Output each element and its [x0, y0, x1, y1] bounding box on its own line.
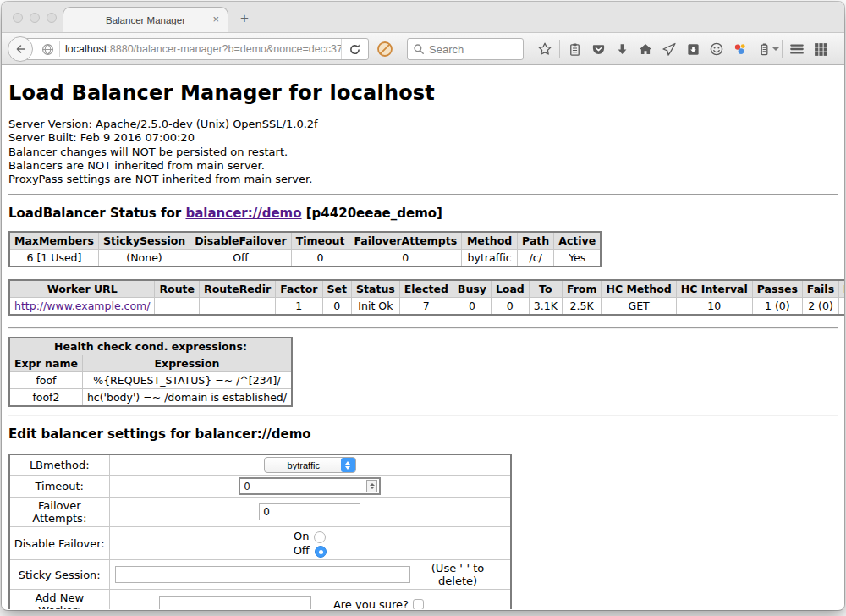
worker-url-link[interactable]: http://www.example.com/: [14, 300, 150, 312]
val-expression-2: hc('body') =~ /domain is established/: [82, 389, 292, 407]
container-menu-caret-icon[interactable]: [772, 47, 779, 51]
radio-on-row: On: [113, 529, 508, 543]
radio-on-label: On: [294, 530, 309, 542]
pocket-button[interactable]: [586, 33, 610, 65]
back-arrow-icon: [14, 42, 27, 56]
col-elected: Elected: [399, 280, 453, 298]
health-table-title: Health check cond. expressions:: [9, 338, 292, 355]
col-path: Path: [518, 232, 554, 250]
are-you-sure-checkbox[interactable]: [413, 599, 424, 609]
search-input[interactable]: [429, 43, 510, 56]
lbmethod-select[interactable]: bytraffic: [264, 457, 356, 473]
url-bar[interactable]: localhost:8880/balancer-manager?b=demo&n…: [20, 38, 369, 60]
smiley-icon: [709, 41, 724, 57]
col-active: Active: [554, 232, 601, 250]
server-version: Server Version: Apache/2.5.0-dev (Unix) …: [8, 118, 838, 131]
sticky-session-row: Sticky Session: (Use '-' to delete): [9, 560, 511, 590]
disable-failover-row: Disable Failover: On Off: [9, 527, 511, 560]
col-busy: Busy: [453, 280, 491, 298]
notice-proxypass: ProxyPass settings are NOT inherited fro…: [8, 173, 838, 186]
menu-button[interactable]: [785, 33, 809, 65]
toolbar-separator: [559, 40, 560, 58]
timeout-input[interactable]: 0: [239, 477, 381, 495]
col-route: Route: [155, 280, 200, 298]
server-info: Server Version: Apache/2.5.0-dev (Unix) …: [8, 118, 838, 186]
timeout-row: Timeout: 0: [9, 476, 511, 498]
val-expr-name-2: foof2: [9, 389, 82, 407]
zoom-window-button[interactable]: [47, 13, 57, 23]
bookmark-star-button[interactable]: [533, 33, 557, 65]
status-heading: LoadBalancer Status for balancer://demo …: [8, 206, 838, 221]
content-block-button[interactable]: [376, 41, 393, 58]
apps-grid-icon: [813, 41, 829, 58]
val-path: /c/: [518, 250, 554, 267]
sticky-session-input[interactable]: [115, 566, 411, 583]
col-disablefailover: DisableFailover: [190, 232, 291, 250]
window-controls: [13, 13, 57, 23]
val-maxmembers: 6 [1 Used]: [9, 250, 98, 267]
val-from: 2.5K: [562, 298, 602, 316]
close-window-button[interactable]: [13, 13, 23, 23]
val-active: Yes: [554, 250, 601, 267]
col-to: To: [529, 280, 562, 298]
section-divider: [8, 194, 838, 195]
number-spinner-icon[interactable]: [366, 480, 377, 492]
downloads-button[interactable]: [610, 33, 634, 65]
worker-table: Worker URL Route RouteRedir Factor Set S…: [8, 279, 844, 316]
feedback-button[interactable]: [705, 33, 728, 65]
val-expr-name-1: foof: [9, 372, 82, 389]
col-load: Load: [491, 280, 529, 298]
health-table-row: foof %{REQUEST_STATUS} =~ /^[234]/: [9, 372, 292, 389]
val-timeout: 0: [291, 250, 349, 267]
worker-table-row: http://www.example.com/ 1 0 Init Ok 7 0 …: [9, 298, 844, 316]
download-arrow-icon: [615, 42, 629, 57]
val-route: [155, 298, 200, 316]
val-failoverattempts: 0: [349, 250, 462, 267]
col-from: From: [562, 280, 602, 298]
failover-off-radio[interactable]: [315, 546, 327, 558]
apps-grid-button[interactable]: [809, 33, 832, 65]
home-button[interactable]: [634, 33, 657, 65]
val-factor: 1: [276, 298, 322, 316]
val-elected: 7: [399, 298, 453, 316]
tab-balancer-manager[interactable]: Balancer Manager ×: [63, 7, 228, 32]
back-button[interactable]: [8, 36, 33, 62]
balancer-table-row: 6 [1 Used] (None) Off 0 0 bytraffic /c/ …: [9, 250, 601, 267]
worker-table-header-row: Worker URL Route RouteRedir Factor Set S…: [9, 280, 844, 298]
val-hc-method: GET: [602, 298, 676, 316]
minimize-window-button[interactable]: [30, 13, 40, 23]
failover-on-radio[interactable]: [314, 531, 326, 543]
val-stickysession: (None): [98, 250, 190, 267]
reading-list-button[interactable]: [563, 33, 586, 65]
notice-persist: Balancer changes will NOT be persisted o…: [8, 146, 838, 159]
val-load: 0: [491, 298, 529, 316]
col-hc-uri: HC uri: [839, 280, 844, 298]
lbmethod-label: LBmethod:: [9, 454, 109, 476]
url-divider: [59, 41, 60, 57]
hello-button[interactable]: [657, 33, 681, 65]
val-hc-uri: [839, 298, 844, 316]
search-bar[interactable]: [407, 38, 524, 60]
tab-title: Balancer Manager: [106, 15, 185, 25]
health-table-title-row: Health check cond. expressions:: [9, 338, 292, 355]
col-stickysession: StickySession: [98, 232, 190, 250]
battery-icon: [757, 42, 772, 57]
failover-attempts-input[interactable]: [259, 503, 360, 520]
paper-plane-icon: [662, 41, 677, 57]
col-timeout: Timeout: [291, 232, 349, 250]
balancer-demo-link[interactable]: balancer://demo: [185, 206, 301, 221]
lbmethod-row: LBmethod: bytraffic: [9, 454, 511, 476]
new-tab-button[interactable]: +: [240, 10, 249, 27]
tab-close-icon[interactable]: ×: [212, 14, 219, 25]
section-divider: [8, 415, 838, 416]
disable-failover-label: Disable Failover:: [9, 527, 109, 560]
val-disablefailover: Off: [190, 250, 291, 267]
reload-button[interactable]: [341, 39, 368, 59]
val-to: 3.1K: [529, 298, 562, 316]
col-expr-name: Expr name: [9, 355, 82, 372]
extension-dots-button[interactable]: [728, 33, 752, 65]
save-panel-button[interactable]: [681, 33, 705, 65]
add-worker-input[interactable]: [159, 596, 311, 609]
search-icon: [413, 43, 425, 55]
toolbar-icons: [533, 33, 832, 65]
